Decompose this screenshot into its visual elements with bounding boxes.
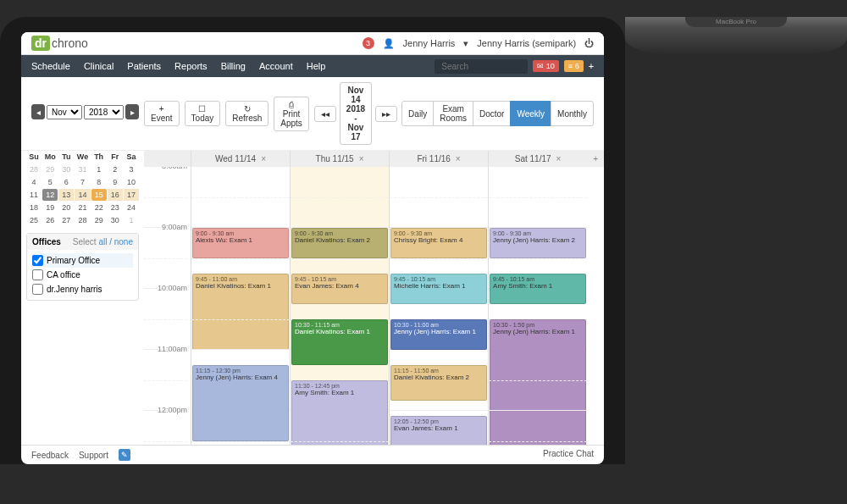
appointment[interactable]: 9:00 - 9:30 amAlexis Wu: Exam 1 bbox=[192, 228, 289, 258]
feedback-link[interactable]: Feedback bbox=[31, 451, 69, 460]
view-exam-rooms[interactable]: Exam Rooms bbox=[433, 101, 473, 126]
toolbar: ◂ Nov 2018 ▸ + Event ☐ Today ↻ Refresh ⎙… bbox=[21, 77, 604, 151]
office-checkbox[interactable] bbox=[32, 284, 43, 295]
offices-panel: Offices Select all / none Primary Office… bbox=[26, 233, 139, 301]
view-daily[interactable]: Daily bbox=[401, 101, 434, 126]
appointment[interactable]: 10:30 - 11:00 amJenny (Jen) Harris: Exam… bbox=[390, 319, 487, 350]
next-range-button[interactable]: ▸▸ bbox=[375, 106, 397, 122]
next-month-button[interactable]: ▸ bbox=[125, 104, 139, 119]
close-icon[interactable]: × bbox=[261, 154, 266, 163]
nav-account[interactable]: Account bbox=[259, 61, 293, 71]
nav-patients[interactable]: Patients bbox=[127, 61, 161, 71]
office-checkbox[interactable] bbox=[32, 255, 43, 266]
day-header: Wed 11/14× bbox=[191, 151, 290, 167]
day-header: Thu 11/15× bbox=[290, 151, 389, 167]
appointment[interactable]: 9:00 - 9:30 amJenny (Jen) Harris: Exam 2 bbox=[490, 228, 586, 258]
refresh-button[interactable]: ↻ Refresh bbox=[225, 101, 268, 126]
search-input[interactable] bbox=[435, 59, 528, 74]
close-icon[interactable]: × bbox=[456, 154, 461, 163]
user-icon: 👤 bbox=[383, 38, 395, 49]
day-column[interactable]: 9:00 - 9:30 amDaniel Kivatinos: Exam 29:… bbox=[290, 167, 389, 445]
view-weekly[interactable]: Weekly bbox=[510, 101, 551, 126]
add-icon[interactable]: + bbox=[589, 61, 594, 71]
day-column[interactable]: 9:00 - 9:30 amAlexis Wu: Exam 19:45 - 11… bbox=[191, 167, 290, 445]
alerts-icon[interactable]: ≡ 6 bbox=[564, 60, 584, 72]
close-icon[interactable]: × bbox=[359, 154, 364, 163]
appointment[interactable]: 11:15 - 11:50 amDaniel Kivatinos: Exam 2 bbox=[390, 365, 487, 401]
add-day-button[interactable]: + bbox=[587, 151, 604, 167]
view-monthly[interactable]: Monthly bbox=[551, 101, 594, 126]
nav-reports[interactable]: Reports bbox=[174, 61, 208, 71]
day-column[interactable]: 9:00 - 9:30 amChrissy Bright: Exam 49:45… bbox=[389, 167, 488, 445]
appointment[interactable]: 12:05 - 12:50 pmEvan James: Exam 1 bbox=[390, 416, 487, 445]
account-menu[interactable]: Jenny Harris (semipark) bbox=[477, 38, 576, 48]
office-checkbox[interactable] bbox=[32, 269, 43, 280]
practice-chat-link[interactable]: Practice Chat bbox=[543, 449, 594, 461]
prev-month-button[interactable]: ◂ bbox=[31, 104, 45, 119]
date-range[interactable]: Nov 14 2018 - Nov 17 bbox=[340, 82, 372, 145]
support-link[interactable]: Support bbox=[79, 451, 108, 460]
inbox-icon[interactable]: ✉ 10 bbox=[533, 60, 559, 72]
nav-billing[interactable]: Billing bbox=[221, 61, 246, 71]
main-nav: ScheduleClinicalPatientsReportsBillingAc… bbox=[21, 55, 604, 77]
footer: Feedback Support ✎ Practice Chat bbox=[21, 445, 604, 464]
appointment[interactable]: 9:00 - 9:30 amChrissy Bright: Exam 4 bbox=[390, 228, 487, 258]
top-bar: drchrono 3 👤 Jenny Harris▾ Jenny Harris … bbox=[21, 32, 604, 55]
today-button[interactable]: ☐ Today bbox=[185, 101, 221, 126]
nav-schedule[interactable]: Schedule bbox=[31, 61, 70, 71]
view-doctor[interactable]: Doctor bbox=[473, 101, 511, 126]
logo[interactable]: drchrono bbox=[31, 36, 88, 51]
select-none-link[interactable]: none bbox=[114, 237, 133, 246]
day-column[interactable]: 9:00 - 9:30 amJenny (Jen) Harris: Exam 2… bbox=[488, 167, 587, 445]
add-event-button[interactable]: + Event bbox=[144, 101, 180, 126]
calendar-grid: Wed 11/14× Thu 11/15× Fri 11/16× Sat 11/… bbox=[144, 151, 604, 445]
edit-icon[interactable]: ✎ bbox=[119, 449, 130, 461]
prev-range-button[interactable]: ◂◂ bbox=[314, 106, 336, 122]
nav-clinical[interactable]: Clinical bbox=[84, 61, 113, 71]
notification-badge[interactable]: 3 bbox=[363, 37, 374, 49]
nav-help[interactable]: Help bbox=[307, 61, 326, 71]
sidebar: SuMoTuWeThFrSa28293031123456789101112131… bbox=[21, 151, 144, 445]
day-header: Fri 11/16× bbox=[389, 151, 488, 167]
print-button[interactable]: ⎙ Print Appts bbox=[274, 97, 309, 131]
mini-calendar[interactable]: SuMoTuWeThFrSa28293031123456789101112131… bbox=[26, 151, 139, 226]
select-all-link[interactable]: all bbox=[98, 237, 107, 246]
laptop-base: MacBook Pro bbox=[685, 17, 787, 27]
user-menu[interactable]: Jenny Harris bbox=[403, 38, 456, 48]
year-select[interactable]: 2018 bbox=[84, 105, 124, 119]
month-select[interactable]: Nov bbox=[47, 105, 82, 119]
day-header: Sat 11/17× bbox=[488, 151, 587, 167]
close-icon[interactable]: × bbox=[556, 154, 562, 163]
power-icon[interactable]: ⏻ bbox=[584, 38, 594, 48]
appointment[interactable]: 9:00 - 9:30 amDaniel Kivatinos: Exam 2 bbox=[291, 228, 388, 258]
